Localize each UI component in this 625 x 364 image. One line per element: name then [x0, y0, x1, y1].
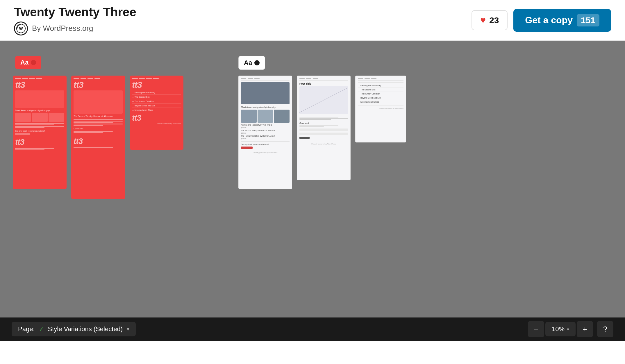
wcard1-blog-title: Mindblown: a blog about philosophy.	[241, 106, 290, 108]
page-selector[interactable]: Page: ✓ Style Variations (Selected) ▾	[12, 322, 136, 336]
zoom-out-button[interactable]: −	[528, 321, 544, 337]
bottom-bar: Page: ✓ Style Variations (Selected) ▾ − …	[0, 317, 625, 341]
card1-footer-lines	[15, 148, 64, 150]
wcard1-divider	[241, 141, 290, 142]
wcard1-price1: $25.00	[241, 127, 290, 129]
card1-mini-grid	[15, 113, 64, 122]
swatch-dot-left	[31, 60, 36, 65]
red-preview-card-3[interactable]: tt3 — Naming and Necessity — The Second …	[130, 76, 183, 150]
card1-btn	[15, 133, 30, 135]
card2-comment-lines	[74, 131, 123, 133]
wcard2-cline2	[299, 126, 324, 127]
wcard3-item4: — Beyond Good and Evil	[358, 96, 403, 100]
wcard2-line3	[299, 118, 348, 119]
card1-nav	[15, 78, 64, 79]
wcard3-item1: — Naming and Necessity	[358, 84, 403, 88]
card2-comment-label: Comments	[74, 128, 123, 130]
card3-list: — Naming and Necessity — The Second Sex …	[132, 92, 181, 111]
wcard1-cta: Got any book recommendations?	[241, 143, 290, 145]
wordpress-logo: W	[14, 22, 28, 35]
card3-tt3-bottom: tt3	[132, 113, 181, 123]
wcard1-book-images	[241, 110, 290, 123]
card2-tt3-bottom: tt3	[74, 137, 123, 146]
zoom-in-button[interactable]: +	[577, 321, 593, 337]
card2-text-lines	[74, 119, 123, 126]
header: Twenty Twenty Three W By WordPress.org ♥…	[0, 0, 625, 41]
wcard2-input2	[299, 133, 348, 135]
swatch-aa-right: Aa	[244, 59, 252, 67]
zoom-value-display[interactable]: 10% ▾	[545, 322, 576, 336]
wcard3-footer: Proudly powered by WordPress	[358, 108, 403, 109]
zoom-chevron-icon: ▾	[567, 326, 569, 332]
wcard2-comment-title: Comment	[299, 122, 348, 124]
wcard1-nav	[241, 78, 290, 81]
copy-count: 151	[577, 14, 599, 26]
theme-title: Twenty Twenty Three	[14, 5, 136, 19]
card2-book-title: The Second Sex by Simone de Beauvoir	[74, 115, 123, 118]
wcard3-bottom-divider	[358, 106, 403, 106]
wcard3-nav	[358, 78, 403, 81]
white-preview-card-1[interactable]: Mindblown: a blog about philosophy. Nami…	[238, 76, 292, 189]
style-swatch-right[interactable]: Aa	[238, 56, 265, 70]
svg-text:W: W	[19, 26, 23, 31]
swatch-aa-left: Aa	[20, 59, 28, 66]
header-left: Twenty Twenty Three W By WordPress.org	[14, 5, 136, 35]
wcard3-top-divider	[358, 82, 403, 83]
red-preview-card-2[interactable]: tt3 The Second Sex by Simone de Beauvoir…	[71, 76, 125, 199]
zoom-controls: − 10% ▾ + ?	[528, 321, 613, 337]
red-preview-card-1[interactable]: tt3 Mindblown: a blog about philosophy. …	[13, 76, 67, 189]
wcard1-footer: Proudly powered by WordPress	[241, 152, 290, 154]
white-preview-card-3[interactable]: — Naming and Necessity — The Second Sex …	[355, 76, 406, 142]
wcard3-item3: — The Human Condition	[358, 92, 403, 96]
wcard1-naming: Naming and Necessity by Neil Kripke	[241, 124, 290, 126]
card1-cta: Got any book recommendations?	[15, 130, 64, 132]
help-button[interactable]: ?	[597, 321, 613, 337]
red-previews-group: tt3 Mindblown: a blog about philosophy. …	[13, 76, 183, 199]
wcard3-item5: — Nicomachean Ethics	[358, 100, 403, 104]
wcard1-cta-btn	[241, 147, 253, 149]
wcard1-price2: $20.00	[241, 132, 290, 134]
wcard1-secondsex: The Second Sex by Simone de Beauvoir	[241, 129, 290, 131]
wcard2-cline1	[299, 125, 338, 126]
card1-heading: Mindblown: a blog about philosophy.	[15, 109, 64, 112]
wcard2-line2	[299, 117, 338, 117]
wcard2-input1	[299, 129, 348, 131]
wcard1-humancond: The Human Condition by Hannah Arendt	[241, 135, 290, 137]
swatch-dot-right	[254, 60, 260, 65]
wcard2-line1	[299, 116, 348, 116]
theme-author: W By WordPress.org	[14, 22, 136, 35]
card1-tt3-bottom: tt3	[15, 138, 64, 147]
white-previews-group: Mindblown: a blog about philosophy. Nami…	[238, 76, 406, 189]
wcard3-item2: — The Second Sex	[358, 88, 403, 92]
header-right: ♥ 23 Get a copy 151	[472, 9, 611, 32]
card3-footer: Proudly powered by WordPress	[132, 123, 181, 124]
style-swatch-left[interactable]: Aa	[15, 56, 41, 69]
author-name: By WordPress.org	[32, 24, 93, 33]
page-name: Style Variations (Selected)	[48, 325, 123, 333]
card3-nav	[132, 78, 181, 79]
page-chevron-icon: ▾	[127, 326, 129, 332]
white-preview-card-2[interactable]: Post Title Comment Proudly powered by Wo…	[297, 76, 351, 180]
wcard1-price3: $18.00	[241, 138, 290, 140]
wcard2-submit	[299, 137, 310, 139]
card2-footer	[74, 147, 123, 148]
wcard1-hero-image	[241, 82, 290, 104]
page-label: Page:	[18, 325, 35, 333]
wcard2-diag-image	[299, 86, 348, 114]
get-copy-button[interactable]: Get a copy 151	[513, 9, 611, 32]
wcard2-post-title: Post Title	[299, 82, 348, 85]
page-check-icon: ✓	[39, 326, 44, 333]
like-button[interactable]: ♥ 23	[472, 10, 508, 30]
main-canvas: Aa Aa tt3 Mindblown: a blog about philos…	[0, 41, 625, 341]
card1-text-lines	[15, 123, 64, 128]
card2-tt3-top: tt3	[74, 81, 123, 89]
like-count: 23	[489, 15, 499, 25]
wcard2-nav	[299, 78, 348, 81]
wcard2-footer: Proudly powered by WordPress	[299, 143, 348, 145]
get-copy-label: Get a copy	[525, 15, 573, 26]
svg-line-2	[299, 88, 348, 113]
wcard2-line4	[299, 119, 331, 120]
card2-nav	[74, 78, 123, 79]
heart-icon: ♥	[480, 15, 486, 26]
zoom-percent: 10%	[552, 325, 565, 333]
